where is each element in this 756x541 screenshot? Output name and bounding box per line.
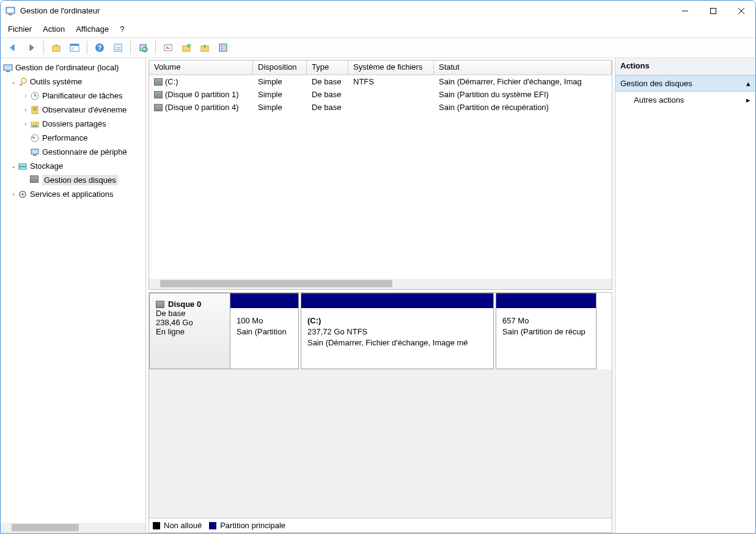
collapse-icon[interactable]: ⌄	[9, 163, 18, 169]
forward-button[interactable]	[24, 40, 39, 55]
partition-status: Sain (Partition	[237, 326, 292, 337]
menu-file[interactable]: Fichier	[8, 24, 32, 34]
volume-name: (Disque 0 partition 4)	[165, 103, 239, 112]
performance-icon	[30, 133, 40, 143]
navigation-tree-pane: Gestion de l'ordinateur (local) ⌄ Outils…	[1, 58, 146, 533]
expand-icon[interactable]: ›	[9, 191, 18, 197]
tree-root[interactable]: Gestion de l'ordinateur (local)	[1, 61, 145, 75]
volume-type: De base	[307, 77, 348, 86]
tree-storage[interactable]: ⌄ Stockage	[1, 159, 145, 173]
menu-bar: Fichier Action Affichage ?	[1, 21, 755, 38]
submenu-arrow-icon: ▸	[746, 95, 750, 105]
tree-scrollbar[interactable]	[1, 523, 145, 533]
svg-rect-9	[70, 44, 79, 46]
refresh-button[interactable]	[136, 40, 150, 55]
services-icon	[18, 190, 28, 199]
volume-list: Volume Disposition Type Système de fichi…	[149, 60, 612, 290]
disk-empty-area	[149, 369, 612, 518]
svg-rect-24	[219, 44, 227, 51]
volume-status: Sain (Démarrer, Fichier d'échange, Imag	[434, 77, 612, 86]
tree-item-label: Gestion des disques	[44, 175, 116, 185]
partition-box[interactable]: (C:) 237,72 Go NTFS Sain (Démarrer, Fich…	[301, 293, 494, 369]
volume-row[interactable]: (Disque 0 partition 4) Simple De base Sa…	[149, 101, 612, 114]
list-scrollbar[interactable]	[149, 279, 612, 289]
volume-layout: Simple	[253, 103, 307, 112]
partition-box[interactable]: 657 Mo Sain (Partition de récup	[496, 293, 596, 369]
minimize-button[interactable]	[671, 1, 699, 21]
svg-point-26	[224, 46, 225, 47]
maximize-button[interactable]	[699, 1, 727, 21]
new-partition-button[interactable]: +	[179, 40, 194, 55]
svg-rect-14	[114, 44, 122, 46]
list-body: (C:) Simple De base NTFS Sain (Démarrer,…	[149, 75, 612, 279]
svg-rect-45	[19, 164, 26, 166]
partition-header	[496, 293, 596, 308]
expand-icon[interactable]: ›	[21, 106, 30, 113]
storage-icon	[18, 161, 28, 171]
tree-services[interactable]: › Services et applications	[1, 187, 145, 201]
partition-title: (C:)	[307, 315, 487, 326]
show-hide-button[interactable]	[67, 40, 82, 55]
svg-rect-30	[6, 71, 10, 72]
partition-box[interactable]: 100 Mo Sain (Partition	[230, 293, 299, 369]
volume-row[interactable]: (C:) Simple De base NTFS Sain (Démarrer,…	[149, 75, 612, 88]
properties-button[interactable]	[111, 40, 125, 55]
volume-row[interactable]: (Disque 0 partition 1) Simple De base Sa…	[149, 88, 612, 101]
menu-view[interactable]: Affichage	[76, 24, 109, 34]
tree-shared[interactable]: › Dossiers partagés	[1, 117, 145, 131]
drive-icon	[154, 78, 163, 86]
svg-rect-29	[4, 65, 12, 70]
menu-help[interactable]: ?	[120, 24, 124, 34]
actions-section-label: Gestion des disques	[620, 79, 692, 88]
tree-perf[interactable]: Performance	[1, 131, 145, 145]
toolbar: ? +	[1, 38, 755, 58]
volume-type: De base	[307, 90, 348, 99]
title-bar[interactable]: Gestion de l'ordinateur	[1, 1, 755, 21]
disk-type: De base	[156, 309, 224, 318]
expand-icon[interactable]: ›	[21, 120, 30, 127]
disk-name: Disque 0	[168, 300, 201, 309]
svg-rect-46	[19, 167, 26, 169]
event-icon	[30, 105, 40, 115]
tree-tools[interactable]: ⌄ Outils système	[1, 75, 145, 89]
disk-size: 238,46 Go	[156, 318, 224, 327]
wizard-button[interactable]	[161, 40, 175, 55]
tree-scheduler[interactable]: › Planificateur de tâches	[1, 89, 145, 103]
partition-size: 100 Mo	[237, 315, 292, 326]
tree-eventviewer[interactable]: › Observateur d'événeme	[1, 103, 145, 117]
col-volume[interactable]: Volume	[149, 61, 253, 75]
tools-icon	[18, 77, 28, 87]
back-button[interactable]	[6, 40, 20, 55]
partition-header	[301, 293, 493, 308]
settings-button[interactable]	[216, 40, 230, 55]
tree-tools-label: Outils système	[30, 77, 82, 86]
tree-diskmgmt[interactable]: Gestion des disques	[1, 173, 145, 187]
expand-icon[interactable]: ›	[21, 92, 30, 99]
partition-size: 657 Mo	[502, 315, 590, 326]
volume-name: (Disque 0 partition 1)	[165, 90, 239, 99]
action-more[interactable]: Autres actions ▸	[615, 92, 755, 108]
collapse-icon[interactable]: ⌄	[9, 78, 18, 85]
svg-rect-38	[31, 122, 39, 127]
collapse-icon: ▴	[746, 79, 750, 88]
tree-item-label: Stockage	[30, 161, 63, 171]
help-button[interactable]: ?	[92, 40, 107, 55]
svg-point-31	[21, 78, 26, 83]
svg-rect-10	[72, 47, 74, 50]
col-fs[interactable]: Système de fichiers	[348, 61, 434, 75]
col-layout[interactable]: Disposition	[253, 61, 307, 75]
drive-icon	[154, 91, 163, 98]
disk-label-box[interactable]: Disque 0 De base 238,46 Go En ligne	[149, 293, 230, 369]
actions-section[interactable]: Gestion des disques ▴	[615, 75, 755, 92]
up-button[interactable]	[49, 40, 64, 55]
col-type[interactable]: Type	[307, 61, 348, 75]
volume-name: (C:)	[165, 77, 178, 86]
window-title: Gestion de l'ordinateur	[20, 6, 671, 15]
disk-icon	[30, 175, 40, 185]
col-status[interactable]: Statut	[434, 61, 612, 75]
close-button[interactable]	[727, 1, 755, 21]
menu-action[interactable]: Action	[43, 24, 65, 34]
drive-icon	[156, 301, 164, 308]
mount-button[interactable]	[197, 40, 212, 55]
tree-devmgr[interactable]: Gestionnaire de périphé	[1, 145, 145, 159]
